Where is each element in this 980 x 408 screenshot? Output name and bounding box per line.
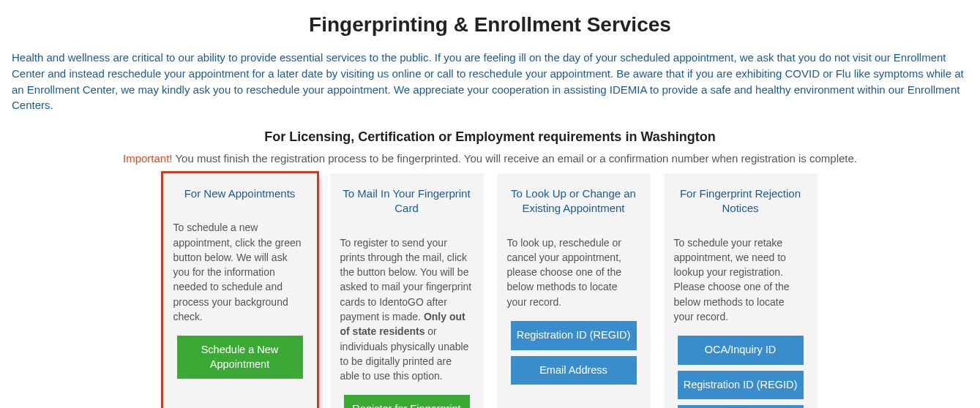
card-lookup-change: To Look Up or Change an Existing Appoint… bbox=[497, 173, 651, 408]
register-fingerprint-card-button[interactable]: Register for Fingerprint Card Processing… bbox=[344, 395, 470, 408]
card-text-lookup: To look up, reschedule or cancel your ap… bbox=[507, 235, 640, 309]
important-line: Important! You must finish the registrat… bbox=[12, 152, 968, 165]
rejection-oca-button[interactable]: OCA/Inquiry ID bbox=[678, 336, 804, 365]
card-text-mail-before: To register to send your prints through … bbox=[340, 237, 472, 322]
card-text-new: To schedule a new appointment, click the… bbox=[173, 220, 307, 324]
important-label: Important! bbox=[123, 152, 173, 165]
rejection-regid-button[interactable]: Registration ID (REGID) bbox=[678, 371, 804, 400]
page-title: Fingerprinting & Enrollment Services bbox=[12, 13, 968, 37]
lookup-email-button[interactable]: Email Address bbox=[511, 356, 637, 385]
card-title-new: For New Appointments bbox=[184, 186, 296, 201]
card-text-mail: To register to send your prints through … bbox=[340, 235, 474, 384]
card-text-rejection: To schedule your retake appointment, we … bbox=[674, 235, 807, 325]
card-new-appointment: For New Appointments To schedule a new a… bbox=[163, 173, 317, 408]
card-title-rejection: For Fingerprint Rejection Notices bbox=[674, 186, 807, 216]
important-text: You must finish the registration process… bbox=[173, 152, 858, 165]
health-notice: Health and wellness are critical to our … bbox=[12, 50, 968, 113]
schedule-new-appointment-button[interactable]: Schedule a New Appointment bbox=[177, 336, 303, 379]
cards-row: For New Appointments To schedule a new a… bbox=[12, 173, 968, 408]
card-mail-in: To Mail In Your Fingerprint Card To regi… bbox=[330, 173, 484, 408]
subheading: For Licensing, Certification or Employme… bbox=[12, 129, 968, 145]
card-title-mail: To Mail In Your Fingerprint Card bbox=[340, 186, 474, 216]
card-rejection-notices: For Fingerprint Rejection Notices To sch… bbox=[664, 173, 818, 408]
card-title-lookup: To Look Up or Change an Existing Appoint… bbox=[507, 186, 640, 216]
rejection-tcn-button[interactable]: Transaction Control Number (TCN) bbox=[678, 405, 804, 408]
lookup-regid-button[interactable]: Registration ID (REGID) bbox=[511, 321, 637, 350]
